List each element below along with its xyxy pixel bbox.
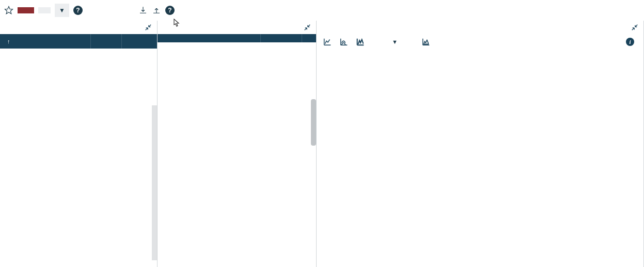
autopick-caret[interactable]: ▼ [55, 4, 69, 17]
chart-stack-icon[interactable] [339, 37, 349, 46]
favorite-star-icon[interactable] [4, 6, 13, 15]
default-mode-indicator[interactable]: i [626, 38, 637, 46]
chromatogram-chart[interactable] [327, 59, 633, 234]
metabolites-col-name[interactable] [158, 34, 261, 42]
wells-panel: ↑ [0, 21, 158, 267]
layout-mode-dropdown[interactable]: ▼ [389, 39, 398, 45]
svg-marker-0 [5, 7, 13, 14]
help-icon-2[interactable]: ? [165, 6, 175, 15]
chromatograms-panel: ▼ i [317, 21, 644, 267]
scrollbar-thumb[interactable] [311, 99, 316, 146]
info-icon: i [626, 38, 634, 46]
chroma-toolbar: ▼ i [317, 34, 643, 50]
apply-plate-link[interactable] [126, 8, 134, 12]
apply-default-link[interactable] [114, 8, 122, 12]
metabolites-col-rt[interactable] [261, 34, 302, 42]
chart-single-icon[interactable] [356, 37, 365, 46]
help-icon[interactable]: ? [73, 6, 83, 15]
sort-asc-icon: ↑ [7, 38, 10, 44]
discard-settings-link[interactable] [101, 8, 109, 12]
download-icon[interactable] [138, 6, 148, 15]
collapse-icon[interactable] [631, 24, 638, 31]
metabolites-table-head [158, 34, 316, 42]
wells-table-body[interactable] [0, 49, 157, 267]
chart-overlay-icon[interactable] [323, 37, 332, 46]
collapse-icon[interactable] [145, 24, 152, 31]
metabolites-table-body[interactable] [158, 42, 316, 267]
integrate-button[interactable] [18, 7, 34, 13]
wells-table-head: ↑ [0, 34, 157, 49]
wells-col-well[interactable] [91, 34, 122, 49]
upload-icon[interactable] [152, 6, 161, 15]
scrollbar-track[interactable] [152, 105, 157, 260]
chart-area[interactable] [317, 50, 643, 267]
wells-col-sample[interactable]: ↑ [0, 34, 91, 49]
chart-area-icon[interactable] [421, 37, 431, 46]
metabolites-panel [158, 21, 317, 267]
top-toolbar: ▼ ? ? [0, 0, 644, 21]
autopick-dropdown[interactable] [38, 7, 51, 13]
collapse-icon[interactable] [304, 24, 311, 31]
chevron-down-icon: ▼ [392, 39, 398, 45]
